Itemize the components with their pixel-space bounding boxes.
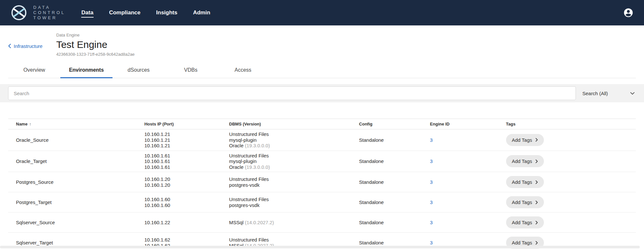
tags-cell: Add Tags xyxy=(506,129,636,151)
dbms-version: (14.0.2027.2) xyxy=(244,220,274,225)
tab-vdbs[interactable]: VDBs xyxy=(165,63,217,78)
add-tags-label: Add Tags xyxy=(512,220,532,225)
config-value: Standalone xyxy=(359,172,430,192)
column-header-label: Engine ID xyxy=(430,122,450,126)
dbms-entry: MSSql (14.0.2027.2) xyxy=(229,220,356,226)
nav-item-data[interactable]: Data xyxy=(81,8,94,18)
table-header-row: Name↑Hosts IP (Port)DBMS (Version)Config… xyxy=(8,119,636,129)
user-account-button[interactable] xyxy=(622,7,634,19)
chevron-left-icon xyxy=(8,44,11,48)
host-ip: 10.160.1.61 xyxy=(144,164,227,170)
sort-asc-icon: ↑ xyxy=(29,122,31,126)
search-input[interactable] xyxy=(8,86,576,100)
dbms-name: Oracle xyxy=(229,143,244,148)
back-link-infrastructure[interactable]: Infrastructure xyxy=(8,42,42,50)
column-header-dbms-version[interactable]: DBMS (Version) xyxy=(229,119,359,129)
dbms-entry: Unstructured Files xyxy=(229,153,356,159)
chevron-right-icon xyxy=(535,180,538,184)
host-ip: 10.160.1.21 xyxy=(144,131,227,137)
environment-name: Postgres_Source xyxy=(8,172,144,192)
search-scope-label: Search (All) xyxy=(582,91,608,96)
chevron-right-icon xyxy=(535,138,538,142)
search-strip: Search (All) xyxy=(0,84,644,102)
engine-id-link[interactable]: 3 xyxy=(430,158,433,164)
column-header-hosts-ip-port[interactable]: Hosts IP (Port) xyxy=(144,119,229,129)
dbms-name: Unstructured Files xyxy=(229,237,269,242)
search-scope-select[interactable]: Search (All) xyxy=(581,91,636,96)
title-block: Data Engine Test Engine 42366308-1323-71… xyxy=(56,33,134,57)
host-ip: 10.160.1.62 xyxy=(144,237,227,243)
hosts-cell: 10.160.1.2010.160.1.20 xyxy=(144,172,229,192)
dbms-entry: mysql-plugin xyxy=(229,137,356,143)
dbms-name: mysql-plugin xyxy=(229,158,257,164)
data-control-tower-logo-icon xyxy=(10,4,28,22)
dbms-name: MSSql xyxy=(229,220,244,225)
tags-cell: Add Tags xyxy=(506,172,636,192)
engine-id-cell: 3 xyxy=(430,151,506,172)
add-tags-button[interactable]: Add Tags xyxy=(506,176,544,188)
back-link-label: Infrastructure xyxy=(14,43,42,49)
dbms-entry: Oracle (19.3.0.0.0) xyxy=(229,143,356,149)
tab-access[interactable]: Access xyxy=(217,63,269,78)
tab-bar: OverviewEnvironmentsdSourcesVDBsAccess xyxy=(8,63,636,78)
chevron-right-icon xyxy=(535,221,538,225)
engine-id-link[interactable]: 3 xyxy=(430,137,433,143)
table-row: Sqlserver_Source10.160.1.22MSSql (14.0.2… xyxy=(8,212,636,233)
engine-id-link[interactable]: 3 xyxy=(430,199,433,205)
add-tags-button[interactable]: Add Tags xyxy=(506,196,544,208)
nav-item-compliance[interactable]: Compliance xyxy=(109,8,141,18)
tab-overview[interactable]: Overview xyxy=(8,63,60,78)
add-tags-label: Add Tags xyxy=(512,158,532,164)
add-tags-button[interactable]: Add Tags xyxy=(506,155,544,167)
engine-id-link[interactable]: 3 xyxy=(430,220,433,225)
hosts-cell: 10.160.1.2110.160.1.2110.160.1.21 xyxy=(144,129,229,151)
column-header-engine-id[interactable]: Engine ID xyxy=(430,119,506,129)
engine-id-link[interactable]: 3 xyxy=(430,240,433,245)
app-logo[interactable]: DATACONTROLTOWER xyxy=(10,4,66,22)
host-ip: 10.160.1.20 xyxy=(144,176,227,182)
add-tags-label: Add Tags xyxy=(512,137,532,143)
column-header-tags[interactable]: Tags xyxy=(506,119,636,129)
dbms-cell: Unstructured Filesmysql-pluginOracle (19… xyxy=(229,129,359,151)
dbms-name: Unstructured Files xyxy=(229,197,269,202)
host-ip: 10.160.1.21 xyxy=(144,137,227,143)
table-row: Oracle_Source10.160.1.2110.160.1.2110.16… xyxy=(8,129,636,151)
chevron-right-icon xyxy=(535,241,538,245)
page-head: Infrastructure Data Engine Test Engine 4… xyxy=(0,25,644,57)
engine-uuid: 42366308-1323-71ff-e258-9c642ad8a2ae xyxy=(56,51,134,57)
horizontal-scrollbar[interactable] xyxy=(0,246,640,248)
dbms-entry: mysql-plugin xyxy=(229,158,356,164)
engine-id-link[interactable]: 3 xyxy=(430,179,433,185)
column-header-label: Config xyxy=(359,122,372,126)
host-ip: 10.160.1.20 xyxy=(144,182,227,188)
engine-id-cell: 3 xyxy=(430,212,506,233)
tab-dsources[interactable]: dSources xyxy=(112,63,165,78)
dbms-cell: MSSql (14.0.2027.2) xyxy=(229,212,359,233)
main-nav: DataComplianceInsightsAdmin xyxy=(81,0,211,25)
logo-text: DATACONTROLTOWER xyxy=(33,5,66,21)
environment-name: Sqlserver_Source xyxy=(8,212,144,233)
dbms-name: Unstructured Files xyxy=(229,153,269,158)
environment-name: Oracle_Target xyxy=(8,151,144,172)
nav-item-admin[interactable]: Admin xyxy=(193,8,211,18)
add-tags-button[interactable]: Add Tags xyxy=(506,216,544,228)
tab-environments[interactable]: Environments xyxy=(60,63,112,78)
dbms-cell: Unstructured Filespostgres-vsdk xyxy=(229,172,359,192)
dbms-entry: postgres-vsdk xyxy=(229,202,356,208)
engine-id-cell: 3 xyxy=(430,172,506,192)
dbms-version: (19.3.0.0.0) xyxy=(244,164,270,170)
nav-item-insights[interactable]: Insights xyxy=(156,8,178,18)
dbms-name: Unstructured Files xyxy=(229,176,269,182)
add-tags-button[interactable]: Add Tags xyxy=(506,134,544,146)
chevron-right-icon xyxy=(535,200,538,204)
column-header-label: Name xyxy=(16,122,27,126)
column-header-name[interactable]: Name↑ xyxy=(8,119,144,129)
dbms-entry: Unstructured Files xyxy=(229,197,356,202)
logo-text-line: TOWER xyxy=(33,15,66,21)
column-header-config[interactable]: Config xyxy=(359,119,430,129)
column-header-label: Hosts IP (Port) xyxy=(144,122,174,126)
dbms-name: postgres-vsdk xyxy=(229,182,260,188)
app-header: DATACONTROLTOWER DataComplianceInsightsA… xyxy=(0,0,644,25)
host-ip: 10.160.1.60 xyxy=(144,197,227,202)
host-ip: 10.160.1.60 xyxy=(144,202,227,208)
